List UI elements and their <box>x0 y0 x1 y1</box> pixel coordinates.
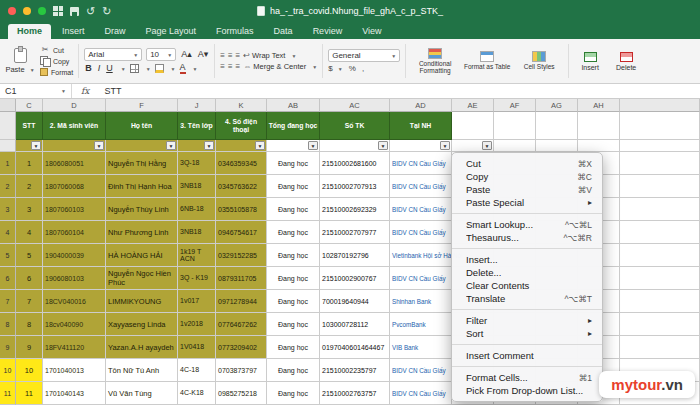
cell-status[interactable]: Đang học <box>267 359 320 382</box>
tab-view[interactable]: View <box>353 24 390 39</box>
cell-status[interactable]: Đang học <box>267 290 320 313</box>
filter-button-F[interactable]: ▼ <box>166 141 176 150</box>
column-header-C[interactable]: C <box>16 99 43 112</box>
column-header-AG[interactable]: AG <box>536 99 578 112</box>
header-cell-e1[interactable] <box>452 112 494 140</box>
cell-status[interactable]: Đang học <box>267 313 320 336</box>
header-cell-stt[interactable]: STT <box>16 112 43 140</box>
cell-account[interactable]: 0197040601464467 <box>320 336 390 359</box>
cell-phone[interactable]: 0329152285 <box>216 244 267 267</box>
cell-bank[interactable]: BIDV CN Cầu Giấy <box>390 359 452 382</box>
row-header-1[interactable] <box>0 112 16 140</box>
cell-class[interactable]: 1v017 <box>178 290 216 313</box>
menu-item-filter[interactable]: Filter▸ <box>452 314 602 327</box>
cell-stt[interactable]: 8 <box>16 313 43 336</box>
cell-bank[interactable]: BIDV CN Cầu Giấy <box>390 221 452 244</box>
menu-item-insert-comment[interactable]: Insert Comment <box>452 349 602 362</box>
row-header-4[interactable]: 4 <box>0 221 16 244</box>
filter-button-J[interactable]: ▼ <box>204 141 214 150</box>
cell-phone[interactable]: 0703873797 <box>216 359 267 382</box>
cell-phone[interactable]: 0946754617 <box>216 221 267 244</box>
cell-name[interactable]: HÀ HOÀNG HẢI <box>106 244 178 267</box>
cell-msv[interactable]: 18cv040090 <box>43 313 106 336</box>
column-header-AE[interactable]: AE <box>452 99 494 112</box>
cell-stt[interactable]: 2 <box>16 175 43 198</box>
underline-button[interactable]: U <box>105 64 114 73</box>
cell-name[interactable]: Nguyễn Thùy Linh <box>106 198 178 221</box>
cell-phone[interactable]: 0879311705 <box>216 267 267 290</box>
cell-stt[interactable]: 3 <box>16 198 43 221</box>
cell-account[interactable]: 103000728112 <box>320 313 390 336</box>
bold-button[interactable]: B <box>84 64 93 73</box>
column-header-D[interactable]: D <box>43 99 106 112</box>
cell-msv[interactable]: 1807060103 <box>43 198 106 221</box>
cell-account[interactable]: 21510002707913 <box>320 175 390 198</box>
cell-account[interactable]: 21510002692329 <box>320 198 390 221</box>
header-cell-e4[interactable] <box>578 112 620 140</box>
menu-item-pick-from-drop-down-list[interactable]: Pick From Drop-down List... <box>452 384 602 397</box>
close-button[interactable] <box>8 7 16 15</box>
cell-stt[interactable]: 4 <box>16 221 43 244</box>
cell-status[interactable]: Đang học <box>267 175 320 198</box>
filter-button-C[interactable]: ▼ <box>31 141 41 150</box>
cell-status[interactable]: Đang học <box>267 152 320 175</box>
cell-class[interactable]: 4C-18 <box>178 359 216 382</box>
cell-stt[interactable]: 6 <box>16 267 43 290</box>
cell-e5[interactable] <box>620 290 700 313</box>
cell-msv[interactable]: 18CV040016 <box>43 290 106 313</box>
align-left-icon[interactable]: ≡ <box>220 63 224 71</box>
row-header-5[interactable]: 5 <box>0 244 16 267</box>
cell-name[interactable]: Vũ Văn Tùng <box>106 382 178 405</box>
formula-input[interactable]: STT <box>98 86 121 96</box>
cell-name[interactable]: Tôn Nữ Tú Anh <box>106 359 178 382</box>
cell-e5[interactable] <box>620 198 700 221</box>
name-box[interactable]: C1▼ <box>0 84 72 98</box>
cell-stt[interactable]: 10 <box>16 359 43 382</box>
cell-name[interactable]: Nguyễn Ngọc Hiền Phúc <box>106 267 178 290</box>
header-cell-class[interactable]: 3. Tên lớp <box>178 112 216 140</box>
fill-color-icon[interactable] <box>155 64 164 73</box>
cell-bank[interactable]: BIDV CN Cầu Giấy <box>390 198 452 221</box>
cell-stt[interactable]: 9 <box>16 336 43 359</box>
tab-home[interactable]: Home <box>8 24 51 39</box>
cell-bank[interactable]: Shinhan Bank <box>390 290 452 313</box>
row-header-8[interactable]: 8 <box>0 313 16 336</box>
filter-button-AB[interactable]: ▼ <box>308 141 318 150</box>
format-as-table-button[interactable]: Format as Table <box>463 51 511 70</box>
currency-format-button[interactable]: $ ▼ <box>328 64 343 73</box>
cell-phone[interactable]: 0355105878 <box>216 198 267 221</box>
cell-class[interactable]: 3Q-18 <box>178 152 216 175</box>
row-header-9[interactable]: 9 <box>0 336 16 359</box>
cell-account[interactable]: 102870192796 <box>320 244 390 267</box>
increase-font-button[interactable]: A▴ <box>180 50 193 59</box>
menu-item-clear-contents[interactable]: Clear Contents <box>452 279 602 292</box>
menu-item-cut[interactable]: Cut⌘X <box>452 157 602 170</box>
cell-msv[interactable]: 1807060068 <box>43 175 106 198</box>
zoom-button[interactable] <box>38 7 46 15</box>
filter-button-AC[interactable]: ▼ <box>378 141 388 150</box>
paste-button[interactable]: Paste ▼ <box>4 48 36 74</box>
menu-item-format-cells[interactable]: Format Cells...⌘1 <box>452 371 602 384</box>
menu-item-smart-lookup[interactable]: Smart Lookup...^⌥⌘L <box>452 218 602 231</box>
cell-class[interactable]: 4C-K18 <box>178 382 216 405</box>
cell-account[interactable]: 21510002900767 <box>320 267 390 290</box>
cell-msv[interactable]: 1906080103 <box>43 267 106 290</box>
cut-button[interactable]: ✂ Cut <box>40 46 73 54</box>
tab-data[interactable]: Data <box>265 24 302 39</box>
cell-class[interactable]: 1v2018 <box>178 313 216 336</box>
header-cell-msv[interactable]: 2. Mã sinh viên <box>43 112 106 140</box>
cell-e5[interactable] <box>620 336 700 359</box>
cell-name[interactable]: Xayyaseng Linda <box>106 313 178 336</box>
row-header-2[interactable]: 2 <box>0 175 16 198</box>
cell-status[interactable]: Đang học <box>267 244 320 267</box>
cell-class[interactable]: 3NB18 <box>178 175 216 198</box>
cell-bank[interactable]: PvcomBank <box>390 313 452 336</box>
cell-account[interactable]: 700019640944 <box>320 290 390 313</box>
cell-name[interactable]: Đinh Thị Hạnh Hoa <box>106 175 178 198</box>
font-size-select[interactable]: 10▼ <box>146 48 176 61</box>
cell-msv[interactable]: 1701040013 <box>43 359 106 382</box>
tab-review[interactable]: Review <box>304 24 352 39</box>
cell-phone[interactable]: 0345763622 <box>216 175 267 198</box>
row-header-filter[interactable] <box>0 140 16 152</box>
header-cell-e3[interactable] <box>536 112 578 140</box>
